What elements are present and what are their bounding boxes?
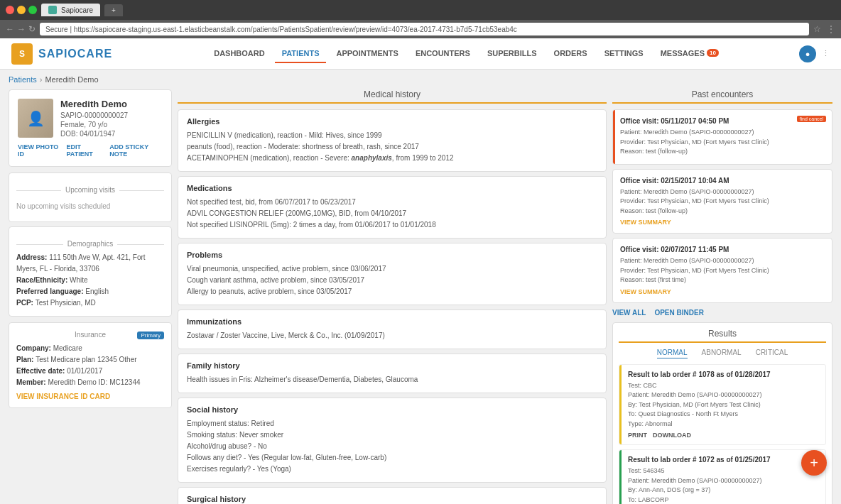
effective-label: Effective date: bbox=[16, 367, 67, 375]
nav-superbills[interactable]: SUPERBILLS bbox=[480, 45, 544, 63]
result-card-1: Result to lab order # 1078 as of 01/28/2… bbox=[619, 364, 826, 446]
avatar: 👤 bbox=[18, 99, 53, 138]
family-history-content: Health issues in Fris: Alzheimer's disea… bbox=[187, 374, 597, 385]
nav-dashboard[interactable]: DASHBOARD bbox=[207, 45, 272, 63]
browser-bar: Sapiocare + bbox=[0, 0, 841, 20]
back-icon[interactable]: ← bbox=[6, 24, 14, 34]
company-label: Company: bbox=[16, 344, 53, 352]
encounter-3-summary-link[interactable]: VIEW SUMMARY bbox=[620, 288, 825, 295]
address-input[interactable] bbox=[40, 23, 809, 35]
immunizations-section: Immunizations Zostavar / Zoster Vaccine,… bbox=[178, 309, 607, 349]
main-layout: 👤 Meredith Demo SAPIO-00000000027 Female… bbox=[9, 89, 832, 504]
menu-icon[interactable]: ⋮ bbox=[827, 24, 835, 34]
messages-badge: 10 bbox=[707, 49, 719, 57]
breadcrumb-current: Meredith Demo bbox=[45, 75, 98, 84]
nav-appointments[interactable]: APPOINTMENTS bbox=[329, 45, 405, 63]
browser-nav-buttons: ← → ↻ bbox=[6, 24, 36, 34]
surgical-history-title: Surgical history bbox=[187, 495, 597, 503]
open-binder-link[interactable]: OPEN BINDER bbox=[654, 309, 703, 317]
encounter-3-provider: Provider: Test Physician, MD (Fort Myers… bbox=[620, 266, 825, 276]
surgical-history-section: Surgical history Ever been hospitalized?… bbox=[178, 487, 607, 504]
result-2-test: Test: 546345 bbox=[625, 466, 820, 476]
nav-orders[interactable]: ORDERS bbox=[547, 45, 595, 63]
refresh-icon[interactable]: ↻ bbox=[28, 24, 36, 34]
pcp-row: PCP: Test Physician, MD bbox=[16, 297, 164, 309]
no-upcoming-visits: No upcoming visits scheduled bbox=[16, 198, 164, 214]
view-insurance-link[interactable]: VIEW INSURANCE ID CARD bbox=[16, 393, 164, 400]
encounter-3-title: Office visit: 02/07/2017 11:45 PM bbox=[620, 246, 825, 253]
tab-favicon bbox=[48, 6, 57, 14]
effective-value: 01/01/2017 bbox=[67, 367, 102, 375]
results-tab-critical[interactable]: CRITICAL bbox=[756, 349, 788, 358]
pcp-value: Test Physician, MD bbox=[36, 299, 96, 307]
breadcrumb-parent[interactable]: Patients bbox=[9, 75, 37, 84]
encounter-card-1: Office visit: 05/11/2017 04:50 PM find c… bbox=[612, 109, 832, 165]
edit-patient-link[interactable]: EDIT PATIENT bbox=[67, 143, 106, 158]
forward-icon[interactable]: → bbox=[17, 24, 26, 34]
minimize-btn[interactable] bbox=[17, 6, 26, 14]
patient-header: 👤 Meredith Demo SAPIO-00000000027 Female… bbox=[18, 99, 163, 138]
medications-section: Medications Not specified test, bid, fro… bbox=[178, 176, 607, 239]
past-encounters-tab[interactable]: Past encounters bbox=[612, 89, 832, 104]
avatar-placeholder: 👤 bbox=[18, 99, 53, 138]
encounter-1-reason: Reason: test (follow-up) bbox=[620, 147, 825, 157]
close-btn[interactable] bbox=[6, 6, 14, 14]
nav-patients[interactable]: PATIENTS bbox=[275, 45, 327, 63]
breadcrumb: Patients › Meredith Demo bbox=[9, 75, 832, 84]
member-row: Member: Meredith Demo ID: MC12344 bbox=[16, 377, 164, 388]
medications-content: Not specified test, bid, from 06/07/2017… bbox=[187, 197, 597, 231]
medical-history-tab[interactable]: Medical history bbox=[178, 89, 607, 104]
result-2-patient: Patient: Meredith Demo (SAPIO-0000000002… bbox=[625, 476, 820, 486]
fab-add-button[interactable]: + bbox=[801, 450, 827, 476]
results-tab-abnormal[interactable]: ABNORMAL bbox=[702, 349, 742, 358]
patient-info: Meredith Demo SAPIO-00000000027 Female, … bbox=[60, 99, 128, 138]
patient-id: SAPIO-00000000027 bbox=[60, 111, 128, 119]
page-content: Patients › Meredith Demo 👤 Meredith Demo… bbox=[0, 70, 841, 504]
member-value: Meredith Demo ID: MC12344 bbox=[48, 378, 140, 386]
view-photo-id-link[interactable]: VIEW PHOTO ID bbox=[18, 143, 63, 158]
encounter-1-badge: find cancel bbox=[797, 116, 826, 122]
demographics-section: Address: 111 50th Ave W, Apt. 421, Fort … bbox=[16, 252, 164, 309]
plan-value: Test Medicare plan 12345 Other bbox=[36, 356, 136, 363]
encounter-3-reason: Reason: test (first time) bbox=[620, 275, 825, 285]
app-header: S SAPIOCARE DASHBOARD PATIENTS APPOINTME… bbox=[0, 38, 841, 70]
header-menu-icon[interactable]: ⋮ bbox=[822, 49, 830, 58]
right-panel: Past encounters Office visit: 05/11/2017… bbox=[612, 89, 832, 504]
company-row: Company: Medicare bbox=[16, 343, 164, 354]
browser-tab-new[interactable]: + bbox=[104, 4, 123, 16]
result-2-title: Result to lab order # 1072 as of 01/25/2… bbox=[625, 456, 820, 464]
past-encounters-section: Past encounters Office visit: 05/11/2017… bbox=[612, 89, 832, 317]
result-1-test: Test: CBC bbox=[625, 381, 820, 391]
results-tab-header[interactable]: Results bbox=[619, 329, 826, 343]
view-all-link[interactable]: VIEW ALL bbox=[612, 309, 646, 317]
pcp-label: PCP: bbox=[16, 299, 36, 307]
result-1-download[interactable]: DOWNLOAD bbox=[653, 432, 691, 439]
results-tab-normal[interactable]: NORMAL bbox=[657, 349, 688, 358]
main-nav: DASHBOARD PATIENTS APPOINTMENTS ENCOUNTE… bbox=[134, 45, 799, 63]
result-1-print[interactable]: PRINT bbox=[628, 432, 647, 439]
bookmark-icon[interactable]: ☆ bbox=[813, 24, 821, 34]
maximize-btn[interactable] bbox=[28, 6, 37, 14]
demographics-title: Demographics bbox=[63, 240, 117, 248]
browser-tab-active[interactable]: Sapiocare bbox=[41, 4, 100, 16]
add-sticky-note-link[interactable]: ADD STICKY NOTE bbox=[109, 143, 163, 158]
results-section: Results NORMAL ABNORMAL CRITICAL Result … bbox=[612, 322, 832, 505]
encounter-2-summary-link[interactable]: VIEW SUMMARY bbox=[620, 219, 825, 226]
insurance-card: Insurance Primary Company: Medicare Plan… bbox=[9, 322, 172, 408]
race-label: Race/Ethnicity: bbox=[16, 276, 70, 284]
immunizations-content: Zostavar / Zoster Vaccine, Live, Merck &… bbox=[187, 330, 597, 341]
encounter-card-3: Office visit: 02/07/2017 11:45 PM Patien… bbox=[612, 238, 832, 303]
user-icon[interactable]: ● bbox=[799, 45, 816, 62]
nav-settings[interactable]: SETTINGS bbox=[597, 45, 651, 63]
nav-messages[interactable]: MESSAGES 10 bbox=[653, 45, 726, 63]
encounter-2-reason: Reason: test (follow-up) bbox=[620, 207, 825, 217]
nav-encounters[interactable]: ENCOUNTERS bbox=[408, 45, 477, 63]
encounter-2-provider: Provider: Test Physician, MD (Fort Myers… bbox=[620, 197, 825, 207]
result-1-actions: PRINT DOWNLOAD bbox=[625, 432, 820, 439]
language-value: English bbox=[85, 287, 109, 295]
language-row: Preferred language: English bbox=[16, 286, 164, 297]
encounter-1-patient: Patient: Meredith Demo (SAPIO-0000000002… bbox=[620, 128, 825, 138]
patient-dob: DOB: 04/01/1947 bbox=[60, 130, 128, 138]
result-1-to: To: Quest Diagnostics - North Ft Myers bbox=[625, 410, 820, 420]
family-history-title: Family history bbox=[187, 361, 597, 370]
